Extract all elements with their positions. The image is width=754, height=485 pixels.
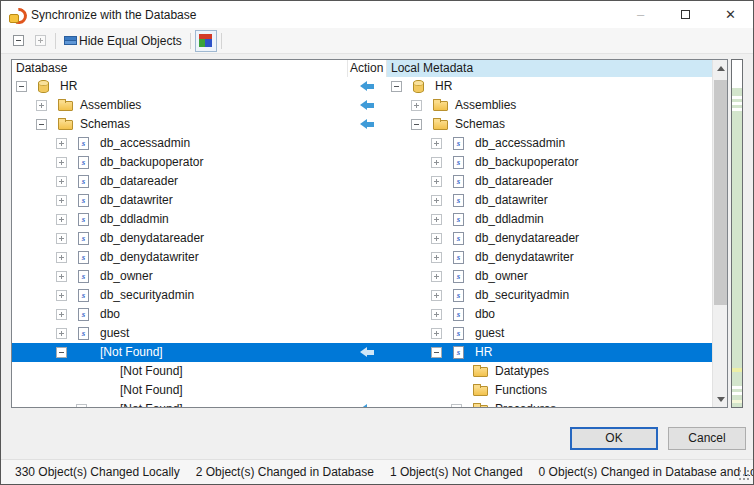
expand-expander-icon[interactable] — [56, 309, 67, 320]
tree-row[interactable]: dbodbo — [12, 305, 712, 324]
expand-expander-icon[interactable] — [431, 290, 442, 301]
tree-row[interactable]: db_securityadmindb_securityadmin — [12, 286, 712, 305]
expand-expander-icon[interactable] — [431, 328, 442, 339]
right-cell: db_datareader — [387, 172, 712, 191]
node-label: db_securityadmin — [100, 286, 194, 305]
left-cell: dbo — [12, 305, 348, 324]
scrollbar-up-icon[interactable] — [713, 60, 728, 76]
action-cell — [348, 153, 387, 172]
tree-row[interactable]: [Not Found]Datatypes — [12, 362, 712, 381]
right-cell: db_owner — [387, 267, 712, 286]
expand-expander-icon[interactable] — [56, 328, 67, 339]
schema-icon — [453, 346, 464, 359]
tree-row[interactable]: db_denydatareaderdb_denydatareader — [12, 229, 712, 248]
ok-button[interactable]: OK — [570, 427, 658, 450]
collapse-all-button[interactable] — [7, 30, 29, 52]
scrollbar-thumb[interactable] — [714, 80, 727, 305]
expand-expander-icon[interactable] — [431, 252, 442, 263]
collapse-expander-icon[interactable] — [16, 81, 27, 92]
right-cell: HR — [387, 77, 712, 96]
column-header-action[interactable]: Action — [348, 60, 387, 77]
tree-row[interactable]: [Not Found]Functions — [12, 381, 712, 400]
comparison-grid: Database Action Local Metadata HRHRAssem… — [11, 59, 728, 408]
tree-row[interactable]: db_datareaderdb_datareader — [12, 172, 712, 191]
left-cell: [Not Found] — [12, 362, 348, 381]
close-button[interactable]: ✕ — [708, 1, 753, 28]
tree-row[interactable]: db_datawriterdb_datawriter — [12, 191, 712, 210]
tree-row[interactable]: HRHR — [12, 77, 712, 96]
node-label: db_securityadmin — [475, 286, 569, 305]
tree-row[interactable]: [Not Found]Procedures — [12, 400, 712, 407]
expand-expander-icon[interactable] — [431, 176, 442, 187]
collapse-expander-icon[interactable] — [56, 347, 67, 358]
action-cell — [348, 134, 387, 153]
action-cell — [348, 96, 387, 115]
folder-icon — [433, 101, 448, 111]
tree-row[interactable]: db_backupoperatordb_backupoperator — [12, 153, 712, 172]
expand-expander-icon[interactable] — [431, 214, 442, 225]
action-cell — [348, 267, 387, 286]
expand-expander-icon[interactable] — [56, 176, 67, 187]
expand-expander-icon[interactable] — [76, 404, 87, 407]
node-label: db_datawriter — [100, 191, 173, 210]
folder-icon — [473, 386, 488, 396]
expand-expander-icon[interactable] — [56, 157, 67, 168]
node-label: HR — [475, 343, 492, 362]
expand-expander-icon[interactable] — [36, 100, 47, 111]
tree-row[interactable]: db_ddladmindb_ddladmin — [12, 210, 712, 229]
tree-row[interactable]: db_accessadmindb_accessadmin — [12, 134, 712, 153]
color-legend-button[interactable] — [195, 30, 217, 52]
sync-left-arrow-icon — [360, 101, 375, 110]
expand-expander-icon[interactable] — [56, 290, 67, 301]
expand-expander-icon[interactable] — [411, 100, 422, 111]
maximize-button[interactable] — [663, 1, 708, 28]
expand-expander-icon[interactable] — [56, 252, 67, 263]
resize-grip[interactable] — [739, 470, 750, 481]
sync-left-arrow-icon — [360, 82, 375, 91]
sync-left-arrow-icon — [360, 405, 375, 407]
right-cell: Functions — [387, 381, 712, 400]
expand-expander-icon[interactable] — [56, 138, 67, 149]
cancel-button[interactable]: Cancel — [668, 427, 746, 450]
right-cell: db_denydatawriter — [387, 248, 712, 267]
toolbar-separator — [221, 33, 222, 49]
collapse-expander-icon[interactable] — [411, 119, 422, 130]
collapse-expander-icon[interactable] — [391, 81, 402, 92]
action-cell — [348, 343, 387, 362]
collapse-expander-icon[interactable] — [36, 119, 47, 130]
left-cell: [Not Found] — [12, 343, 348, 362]
expand-expander-icon[interactable] — [431, 271, 442, 282]
collapse-expander-icon[interactable] — [431, 347, 442, 358]
expand-expander-icon[interactable] — [451, 404, 462, 407]
expand-expander-icon[interactable] — [56, 214, 67, 225]
right-cell: db_denydatareader — [387, 229, 712, 248]
tree-row[interactable]: AssembliesAssemblies — [12, 96, 712, 115]
scrollbar-down-icon[interactable] — [713, 391, 728, 407]
node-label: [Not Found] — [120, 400, 183, 407]
vertical-scrollbar[interactable] — [712, 60, 727, 407]
folder-icon — [433, 120, 448, 130]
tree-row[interactable]: SchemasSchemas — [12, 115, 712, 134]
expand-expander-icon[interactable] — [431, 157, 442, 168]
expand-expander-icon[interactable] — [56, 195, 67, 206]
tree-row[interactable]: [Not Found]HR — [12, 343, 712, 362]
node-label: Assemblies — [80, 96, 141, 115]
tree-row[interactable]: db_denydatawriterdb_denydatawriter — [12, 248, 712, 267]
hide-equal-objects-button[interactable]: Hide Equal Objects — [60, 30, 186, 52]
expand-expander-icon[interactable] — [56, 271, 67, 282]
node-label: HR — [60, 77, 77, 96]
left-cell: Schemas — [12, 115, 348, 134]
schema-icon — [78, 251, 89, 264]
expand-expander-icon[interactable] — [431, 233, 442, 244]
tree-row[interactable]: guestguest — [12, 324, 712, 343]
tree-row[interactable]: db_ownerdb_owner — [12, 267, 712, 286]
window-title: Synchronize with the Database — [31, 8, 618, 22]
expand-expander-icon[interactable] — [431, 195, 442, 206]
expand-expander-icon[interactable] — [56, 233, 67, 244]
schema-icon — [78, 232, 89, 245]
column-header-database[interactable]: Database — [12, 60, 348, 77]
expand-expander-icon[interactable] — [431, 138, 442, 149]
right-cell: db_ddladmin — [387, 210, 712, 229]
expand-expander-icon[interactable] — [431, 309, 442, 320]
column-header-local-metadata[interactable]: Local Metadata — [387, 60, 712, 77]
